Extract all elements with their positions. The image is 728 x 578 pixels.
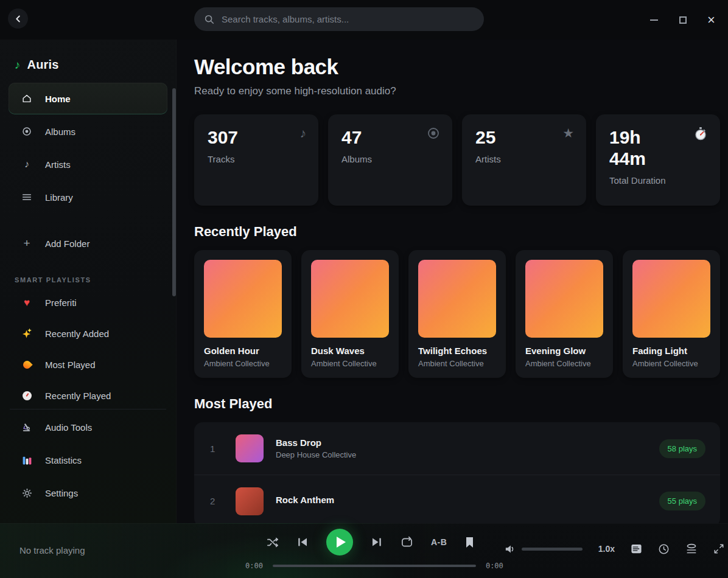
progress-section: 0:00 0:00 [245,562,503,570]
track-title: Bass Drop [276,437,356,448]
bookmark-button[interactable] [464,537,475,548]
page-title: Welcome back [194,55,720,79]
app-brand: ♪ Auris [0,40,176,82]
volume-slider[interactable] [522,548,583,551]
page-subtitle: Ready to enjoy some high-resolution audi… [194,85,720,97]
playlist-item-preferiti[interactable]: ♥ Preferiti [9,287,167,318]
star-icon: ★ [562,127,574,139]
sidebar-item-settings[interactable]: Settings [9,477,167,509]
album-card[interactable]: Fading Light Ambient Collective [623,250,720,378]
previous-button[interactable] [296,536,309,548]
clock-icon [658,543,670,555]
plus-icon: + [21,237,33,250]
search-icon [204,14,215,25]
shuffle-button[interactable] [266,536,279,549]
playlist-item-recently-added[interactable]: Recently Added [9,318,167,349]
recently-played-heading: Recently Played [194,224,720,240]
next-button[interactable] [371,536,383,548]
add-folder-label: Add Folder [45,239,89,249]
album-artist: Ambient Collective [204,359,282,368]
plays-badge: 55 plays [659,492,705,510]
play-button[interactable] [326,529,353,555]
lyrics-icon [631,543,642,554]
lyrics-button[interactable] [631,543,642,554]
fullscreen-button[interactable] [713,543,724,554]
stat-card-artists: 25 Artists ★ [462,114,586,206]
album-art [525,260,603,338]
album-art [632,260,710,338]
sidebar-item-label: Home [45,94,71,104]
track-row[interactable]: 1 Bass Drop Deep House Collective 58 pla… [194,422,720,475]
app-title: Auris [27,58,59,72]
sidebar-item-label: Artists [45,159,71,170]
title-bar: × [0,0,728,40]
close-button[interactable]: × [697,8,726,32]
sidebar-item-artists[interactable]: ♪ Artists [9,148,167,180]
sidebar-item-statistics[interactable]: Statistics [9,444,167,476]
plays-badge: 58 plays [659,439,705,458]
sidebar-item-label: Library [45,192,73,203]
player-status: No track playing [19,545,85,555]
heart-icon: ♥ [21,297,33,309]
ab-loop-button[interactable]: A-B [431,537,447,547]
add-folder-button[interactable]: + Add Folder [9,228,167,259]
stat-label: Albums [341,154,439,164]
stat-value: 19h 44m [609,127,668,170]
stat-value: 307 [208,127,266,148]
list-lines-icon [21,192,33,203]
stats-grid: 307 Tracks ♪ 47 Albums 25 Artists ★ 19h … [194,114,720,206]
sidebar-item-label: Albums [45,127,75,137]
album-title: Evening Glow [525,346,603,356]
playlist-item-recently-played[interactable]: Recently Played [9,380,167,409]
track-art [236,434,264,462]
volume-icon[interactable] [504,543,516,555]
playlist-item-label: Recently Played [45,391,111,401]
playlist-item-most-played[interactable]: Most Played [9,349,167,380]
disc-icon [21,126,33,137]
stat-card-tracks: 307 Tracks ♪ [194,114,318,206]
main-content: Welcome back Ready to enjoy some high-re… [177,40,728,523]
sidebar-item-library[interactable]: Library [9,181,167,213]
search-bar[interactable] [194,7,484,31]
flame-icon [21,361,33,369]
sidebar-item-label: Statistics [45,455,82,465]
smart-playlists-heading: SMART PLAYLISTS [15,276,176,284]
bar-chart-icon [21,455,33,465]
track-row[interactable]: 2 Rock Anthem 55 plays [194,475,720,523]
disc-icon [427,127,440,142]
music-note-icon: ♪ [300,127,307,139]
auris-window: { "titlebar": { "search_placeholder": "S… [0,0,728,578]
minimize-button[interactable] [640,8,668,32]
expand-icon [713,543,724,554]
search-input[interactable] [222,14,474,24]
music-note-icon: ♪ [21,159,33,170]
album-artist: Ambient Collective [525,359,603,368]
album-card[interactable]: Evening Glow Ambient Collective [516,250,613,378]
playback-speed-button[interactable]: 1.0x [598,544,615,554]
album-art [311,260,389,338]
maximize-button[interactable] [668,8,697,32]
album-card[interactable]: Dusk Waves Ambient Collective [301,250,399,378]
album-card[interactable]: Golden Hour Ambient Collective [194,250,292,378]
sparkles-icon [21,329,33,339]
sidebar-item-albums[interactable]: Albums [9,116,167,147]
back-button[interactable] [8,9,28,29]
track-art [236,487,264,515]
album-card[interactable]: Twilight Echoes Ambient Collective [408,250,506,378]
sidebar-item-home[interactable]: Home [9,83,167,114]
sidebar-scrollbar[interactable] [172,88,176,296]
sleep-timer-button[interactable] [658,543,670,555]
repeat-button[interactable] [401,536,413,549]
maximize-icon [679,16,687,24]
microscope-icon [21,422,33,433]
brand-music-note-icon: ♪ [15,58,21,72]
track-rank: 1 [210,444,227,454]
queue-button[interactable] [685,543,698,555]
stat-label: Tracks [208,154,305,164]
sidebar-divider [10,409,166,409]
close-icon: × [707,13,715,27]
sidebar-item-audio-tools[interactable]: Audio Tools [9,411,167,443]
sidebar-item-label: Settings [45,488,78,498]
album-title: Golden Hour [204,346,282,356]
progress-bar[interactable] [273,565,476,567]
